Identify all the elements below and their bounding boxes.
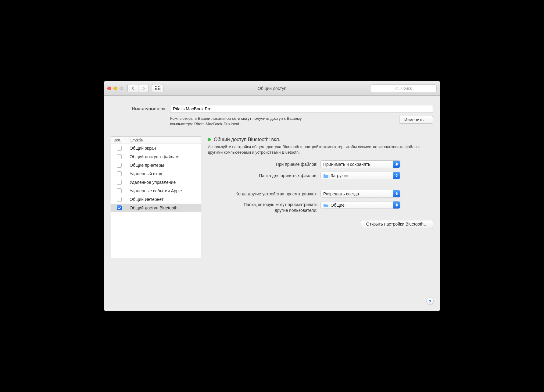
- service-label: Общий доступ к файлам: [127, 154, 179, 159]
- minimize-icon[interactable]: [113, 87, 117, 90]
- popup-stepper-icon: [393, 172, 400, 179]
- popup-stepper-icon: [393, 201, 400, 208]
- computer-name-input[interactable]: [170, 105, 433, 113]
- receive-action-label: При приеме файлов:: [208, 162, 317, 167]
- service-row[interactable]: Удаленные события Apple: [111, 187, 201, 195]
- service-row[interactable]: Удаленный вход: [111, 169, 201, 178]
- svg-line-1: [398, 89, 399, 90]
- service-label: Удаленный вход: [127, 171, 162, 176]
- titlebar: Общий доступ Поиск: [104, 81, 440, 96]
- service-description: Используйте настройки общего доступа Blu…: [208, 144, 433, 155]
- search-input[interactable]: Поиск: [370, 84, 437, 92]
- status-indicator-icon: [208, 138, 211, 141]
- receive-folder-popup[interactable]: Загрузки: [320, 172, 400, 179]
- service-checkbox[interactable]: [117, 188, 122, 193]
- service-checkbox[interactable]: [117, 197, 122, 202]
- services-table: Вкл. Служба Общий экранОбщий доступ к фа…: [111, 136, 201, 258]
- divider: [208, 183, 433, 183]
- close-icon[interactable]: [107, 87, 111, 90]
- browse-folder-label: Папка, которую могут просматривать други…: [208, 202, 317, 213]
- folder-icon: [323, 173, 329, 178]
- service-label: Общий Интернет: [127, 197, 163, 202]
- browse-action-popup[interactable]: Разрешать всегда: [320, 190, 400, 198]
- service-row[interactable]: Общий экран: [111, 144, 201, 152]
- service-row[interactable]: Общие принтеры: [111, 161, 201, 169]
- check-icon: [118, 206, 121, 210]
- content-area: Имя компьютера: Компьютеры в Вашей локал…: [104, 96, 440, 311]
- chevron-right-icon: [142, 87, 145, 90]
- service-detail: Общий доступ Bluetooth: вкл. Используйте…: [208, 136, 433, 258]
- service-label: Общий экран: [127, 146, 156, 151]
- receive-action-popup[interactable]: Принимать и сохранять: [320, 160, 400, 168]
- search-icon: [395, 87, 399, 90]
- open-bluetooth-prefs-button[interactable]: Открыть настройки Bluetooth…: [361, 220, 433, 228]
- help-button[interactable]: ?: [426, 298, 434, 305]
- service-label: Общий доступ Bluetooth: [127, 205, 177, 210]
- service-row[interactable]: Общий Интернет: [111, 195, 201, 204]
- computer-name-description: Компьютеры в Вашей локальной сети могут …: [170, 116, 302, 127]
- service-label: Удаленные события Apple: [127, 188, 182, 193]
- service-row[interactable]: Удаленное управление: [111, 178, 201, 187]
- back-button[interactable]: [128, 84, 138, 92]
- grid-icon: [155, 86, 160, 90]
- search-placeholder: Поиск: [401, 86, 412, 91]
- chevron-left-icon: [131, 87, 135, 90]
- folder-icon: [323, 203, 329, 207]
- service-checkbox[interactable]: [117, 146, 122, 151]
- svg-rect-3: [324, 204, 325, 205]
- browse-action-label: Когда другие устройства просматривают:: [208, 191, 317, 196]
- show-all-button[interactable]: [152, 84, 163, 92]
- service-label: Общие принтеры: [127, 163, 164, 168]
- svg-rect-2: [324, 174, 325, 175]
- popup-stepper-icon: [393, 161, 400, 168]
- forward-button[interactable]: [138, 84, 149, 92]
- zoom-icon: [120, 87, 123, 90]
- receive-folder-label: Папка для принятых файлов:: [208, 173, 317, 178]
- service-checkbox[interactable]: [117, 180, 122, 185]
- window-controls: [107, 87, 123, 90]
- service-checkbox[interactable]: [117, 171, 122, 176]
- services-header: Вкл. Служба: [111, 137, 201, 144]
- col-on-header: Вкл.: [111, 137, 127, 144]
- service-checkbox[interactable]: [117, 163, 122, 168]
- preferences-window: Общий доступ Поиск Имя компьютера: Компь…: [104, 81, 440, 311]
- service-checkbox[interactable]: [117, 154, 122, 159]
- service-checkbox[interactable]: [117, 205, 122, 210]
- edit-hostname-button[interactable]: Изменить…: [399, 116, 433, 124]
- browse-folder-popup[interactable]: Общие: [320, 201, 400, 209]
- service-label: Удаленное управление: [127, 180, 176, 185]
- service-row[interactable]: Общий доступ к файлам: [111, 152, 201, 161]
- service-row[interactable]: Общий доступ Bluetooth: [111, 204, 201, 212]
- col-service-header: Служба: [127, 138, 143, 142]
- nav-segment: [127, 84, 149, 92]
- popup-stepper-icon: [393, 190, 400, 197]
- computer-name-label: Имя компьютера:: [111, 106, 166, 111]
- status-title: Общий доступ Bluetooth: вкл.: [214, 137, 280, 142]
